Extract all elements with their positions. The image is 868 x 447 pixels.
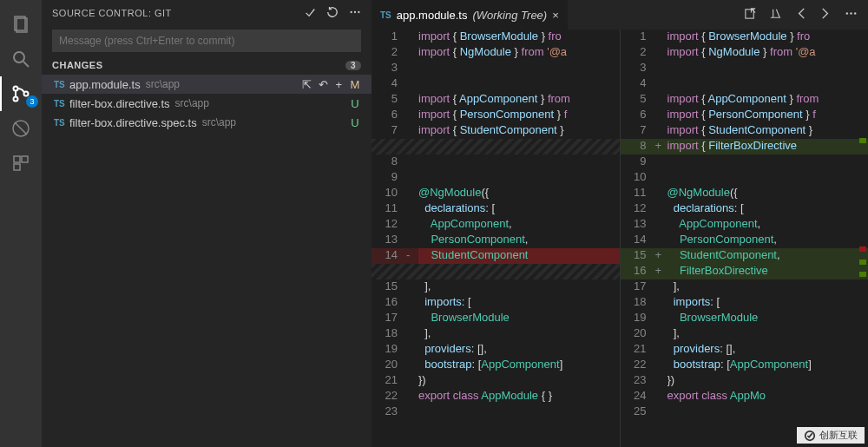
code-line[interactable]: 11@NgModule({ [621,186,869,201]
svg-line-3 [23,62,29,67]
sidebar-title: SOURCE CONTROL: GIT [52,8,172,18]
code-line[interactable]: 18 imports: [ [621,295,869,311]
code-line[interactable]: 19 BrowserModule [621,311,869,326]
diff-sign [406,264,418,279]
diff-sign [655,389,667,404]
line-number: 8 [621,139,655,154]
more-icon[interactable] [349,6,361,21]
code-line[interactable]: 22export class AppModule { } [372,389,620,404]
code-line[interactable]: 3 [372,61,620,76]
code-line[interactable]: 5import { AppComponent } from [372,92,620,108]
code-line[interactable]: 16+ FilterBoxDirective [621,264,869,279]
code-content [418,264,620,279]
code-line[interactable]: 10 [621,170,869,186]
open-file-icon[interactable]: ⇱ [302,78,312,91]
code-line[interactable]: 12 AppComponent, [372,217,620,233]
search-icon[interactable] [0,42,42,76]
code-line[interactable] [372,264,620,279]
code-line[interactable]: 13 PersonComponent, [372,233,620,248]
code-line[interactable]: 22 bootstrap: [AppComponent] [621,358,869,373]
code-line[interactable]: 4 [372,76,620,92]
commit-icon[interactable] [304,6,316,21]
code-line[interactable]: 11 declarations: [ [372,201,620,217]
code-line[interactable]: 14- StudentComponent [372,248,620,264]
code-line[interactable]: 20 bootstrap: [AppComponent] [372,358,620,373]
code-line[interactable]: 7import { StudentComponent } [372,123,620,139]
diff-left-pane[interactable]: 1import { BrowserModule } fro2import { N… [372,30,620,447]
refresh-icon[interactable] [326,6,339,21]
code-line[interactable]: 23}) [621,373,869,389]
debug-icon[interactable] [0,111,42,146]
discard-icon[interactable]: ↶ [319,78,328,91]
code-line[interactable]: 8 [372,154,620,170]
code-line[interactable]: 24export class AppMo [621,389,869,404]
code-line[interactable] [372,139,620,154]
extensions-icon[interactable] [0,146,42,181]
stage-icon[interactable]: + [335,78,342,91]
whitespace-icon[interactable] [769,7,782,23]
code-line[interactable]: 7import { StudentComponent } [621,123,869,139]
file-row[interactable]: TSfilter-box.directive.spec.tssrc\app⇱↶+… [42,113,372,132]
open-file-icon[interactable] [744,7,757,23]
file-path: src\app [202,116,236,128]
code-line[interactable]: 14 PersonComponent, [621,233,869,248]
code-line[interactable]: 5import { AppComponent } from [621,92,869,108]
prev-change-icon[interactable] [794,7,807,23]
code-line[interactable]: 8+import { FilterBoxDirective [621,139,869,154]
code-line[interactable]: 2import { NgModule } from '@a [621,45,869,61]
code-line[interactable]: 15+ StudentComponent, [621,248,869,264]
editor-more-icon[interactable] [845,7,858,23]
line-number: 18 [372,326,406,342]
code-line[interactable]: 25 [621,404,869,420]
svg-point-12 [350,10,352,12]
code-line[interactable]: 4 [621,76,869,92]
code-line[interactable]: 16 imports: [ [372,295,620,311]
diff-sign [655,201,667,217]
code-line[interactable]: 17 BrowserModule [372,311,620,326]
changes-section[interactable]: CHANGES 3 [42,56,372,75]
code-line[interactable]: 9 [372,170,620,186]
code-line[interactable]: 1import { BrowserModule } fro [372,30,620,45]
tab-app-module[interactable]: TS app.module.ts (Working Tree) × [372,0,569,30]
diff-sign [406,217,418,233]
code-content [667,76,869,92]
close-icon[interactable]: × [552,9,559,22]
code-line[interactable]: 6import { PersonComponent } f [372,108,620,123]
file-row[interactable]: TSapp.module.tssrc\app⇱↶+M [42,75,372,94]
code-line[interactable]: 1import { BrowserModule } fro [621,30,869,45]
code-line[interactable]: 3 [621,61,869,76]
diff-sign [655,358,667,373]
svg-rect-9 [14,156,20,162]
code-line[interactable]: 13 AppComponent, [621,217,869,233]
diff-sign [655,311,667,326]
code-line[interactable]: 21 providers: [], [621,342,869,358]
source-control-icon[interactable]: 3 [0,76,42,111]
line-number: 1 [621,30,655,45]
code-content: PersonComponent, [667,233,869,248]
diff-sign [406,170,418,186]
diff-sign [655,373,667,389]
next-change-icon[interactable] [819,7,832,23]
code-line[interactable]: 21}) [372,373,620,389]
code-line[interactable]: 23 [372,404,620,420]
diff-sign [406,154,418,170]
code-line[interactable]: 20 ], [621,326,869,342]
diff-sign: + [655,139,667,154]
code-line[interactable]: 2import { NgModule } from '@a [372,45,620,61]
code-line[interactable]: 15 ], [372,279,620,295]
code-line[interactable]: 19 providers: [], [372,342,620,358]
minimap[interactable] [858,30,866,447]
line-number: 14 [621,233,655,248]
line-number: 21 [372,373,406,389]
file-status: M [349,78,361,91]
explorer-icon[interactable] [0,7,42,42]
code-line[interactable]: 12 declarations: [ [621,201,869,217]
code-line[interactable]: 9 [621,154,869,170]
diff-right-pane[interactable]: 1import { BrowserModule } fro2import { N… [620,30,869,447]
code-line[interactable]: 17 ], [621,279,869,295]
commit-input[interactable] [52,30,361,52]
code-line[interactable]: 10@NgModule({ [372,186,620,201]
code-line[interactable]: 18 ], [372,326,620,342]
file-row[interactable]: TSfilter-box.directive.tssrc\app⇱↶+U [42,94,372,113]
code-line[interactable]: 6import { PersonComponent } f [621,108,869,123]
